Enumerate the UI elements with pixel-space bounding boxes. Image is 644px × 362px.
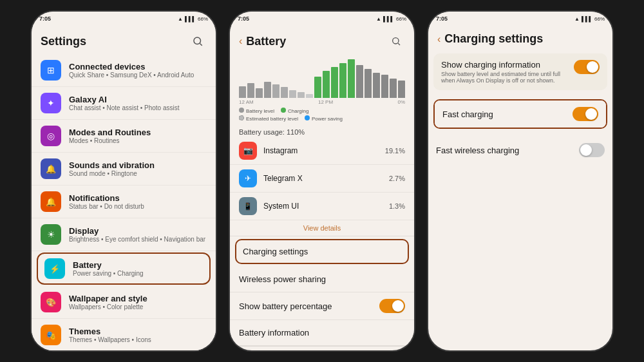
charging-settings-button[interactable]: Charging settings (235, 239, 409, 264)
fast-wireless-toggle[interactable] (579, 143, 605, 157)
notifications-title: Notifications (69, 193, 207, 203)
battery-usage-label: Battery usage: 110% (230, 124, 414, 137)
signal-icon-3: ▌▌▌ (582, 16, 592, 22)
battery-info-button[interactable]: Battery information (230, 320, 414, 346)
galaxy-ai-icon: ✦ (41, 93, 61, 113)
chart-bar (390, 79, 397, 98)
fast-charging-section: Fast charging (433, 99, 607, 129)
show-battery-pct-row[interactable]: Show battery percentage (230, 292, 414, 320)
sounds-icon: 🔔 (41, 158, 61, 179)
chart-bar-charge (348, 59, 355, 98)
toggle-knob (392, 300, 404, 312)
notifications-text: Notifications Status bar • Do not distur… (69, 193, 207, 210)
settings-list: ⊞ Connected devices Quick Share • Samsun… (32, 54, 216, 350)
wifi-icon: ▲ (178, 16, 183, 22)
charging-settings-title: Charging settings (444, 32, 543, 46)
legend-battery: Battery level (239, 108, 274, 114)
display-subtitle: Brightness • Eye comfort shield • Naviga… (69, 236, 207, 243)
fast-charging-row[interactable]: Fast charging (435, 100, 606, 128)
status-icons-1: ▲ ▌▌▌ 66% (178, 16, 208, 22)
time-1: 7:05 (39, 15, 51, 22)
battery-back-button[interactable]: ‹ (239, 35, 242, 47)
usage-item-systemui[interactable]: 📱 System UI 1.3% (230, 193, 414, 220)
settings-item-wallpaper[interactable]: 🎨 Wallpaper and style Wallpapers • Color… (32, 286, 216, 319)
settings-item-display[interactable]: ☀ Display Brightness • Eye comfort shiel… (32, 218, 216, 251)
legend-power-saving: Power saving (305, 115, 343, 122)
signal-icon: ▌▌▌ (185, 16, 196, 22)
sounds-subtitle: Sound mode • Ringtone (69, 170, 207, 177)
fast-charging-toggle-knob (585, 108, 597, 120)
settings-app-bar: Settings (32, 26, 216, 54)
chart-bar (365, 69, 372, 98)
chart-bar (281, 87, 288, 98)
telegram-name: Telegram X (263, 174, 383, 183)
wireless-sharing-button[interactable]: Wireless power sharing (230, 267, 414, 292)
usage-item-instagram[interactable]: 📷 Instagram 19.1% (230, 137, 414, 165)
settings-item-themes[interactable]: 🎭 Themes Themes • Wallpapers • Icons (32, 319, 216, 350)
instagram-icon: 📷 (239, 142, 257, 160)
settings-item-modes[interactable]: ◎ Modes and Routines Modes • Routines (32, 120, 216, 153)
battery-title-header: Battery (246, 35, 286, 48)
settings-search-button[interactable] (189, 32, 207, 50)
modes-subtitle: Modes • Routines (69, 137, 207, 144)
show-battery-pct-toggle[interactable] (379, 299, 405, 313)
settings-item-galaxy-ai[interactable]: ✦ Galaxy AI Chat assist • Note assist • … (32, 87, 216, 120)
fast-charging-toggle[interactable] (573, 107, 598, 121)
tip-label: Tip (230, 346, 414, 350)
time-3: 7:05 (436, 15, 448, 22)
settings-item-notifications[interactable]: 🔔 Notifications Status bar • Do not dist… (32, 186, 216, 218)
telegram-pct: 2.7% (389, 175, 405, 182)
chart-bar (247, 83, 254, 98)
battery-icon-setting: ⚡ (44, 258, 65, 279)
signal-icon-2: ▌▌▌ (383, 16, 394, 22)
show-charge-toggle[interactable] (574, 60, 600, 74)
systemui-pct: 1.3% (389, 202, 405, 210)
chart-bar (381, 75, 388, 98)
charging-back-button[interactable]: ‹ (437, 33, 440, 45)
settings-item-battery[interactable]: ⚡ Battery Power saving • Charging (37, 252, 211, 285)
chart-bar (298, 92, 305, 98)
fast-wireless-toggle-knob (580, 144, 592, 156)
status-icons-2: ▲ ▌▌▌ 66% (376, 16, 406, 22)
chart-time-left: 12 AM (239, 99, 254, 105)
chart-legend: Battery level Charging (239, 108, 405, 114)
chart-bars (239, 59, 405, 98)
chart-bar (272, 84, 279, 98)
themes-title: Themes (69, 327, 207, 336)
battery-title: Battery (73, 260, 203, 270)
usage-item-telegram[interactable]: ✈ Telegram X 2.7% (230, 165, 414, 193)
chart-bar (306, 94, 313, 98)
settings-item-connected-devices[interactable]: ⊞ Connected devices Quick Share • Samsun… (32, 54, 216, 87)
settings-title: Settings (41, 35, 86, 48)
notifications-icon: 🔔 (41, 191, 61, 212)
show-charge-subtitle: Show battery level and estimated time un… (441, 71, 569, 84)
battery-search-button[interactable] (387, 32, 405, 50)
instagram-pct: 19.1% (385, 147, 405, 155)
view-details-button[interactable]: View details (230, 220, 414, 236)
connected-devices-icon: ⊞ (41, 60, 61, 81)
display-text: Display Brightness • Eye comfort shield … (69, 226, 207, 243)
notifications-subtitle: Status bar • Do not disturb (69, 203, 207, 210)
wallpaper-title: Wallpaper and style (69, 294, 207, 303)
chart-bar (398, 81, 405, 98)
modes-icon: ◎ (41, 126, 61, 146)
status-bar-1: 7:05 ▲ ▌▌▌ 66% (32, 12, 216, 26)
charging-settings-screen: 7:05 ▲ ▌▌▌ 66% ‹ Charging settings Show … (428, 12, 612, 350)
show-charge-text-block: Show charging information Show battery l… (441, 60, 569, 84)
modes-title: Modes and Routines (69, 128, 207, 137)
battery-screen: 7:05 ▲ ▌▌▌ 66% ‹ Battery (230, 12, 414, 350)
settings-item-sounds[interactable]: 🔔 Sounds and vibration Sound mode • Ring… (32, 153, 216, 186)
chart-bar-charge (331, 67, 338, 98)
phone-2-frame: 7:05 ▲ ▌▌▌ 66% ‹ Battery (229, 10, 415, 352)
battery-subtitle: Power saving • Charging (73, 270, 203, 277)
svg-line-3 (398, 43, 400, 45)
themes-icon: 🎭 (41, 325, 61, 345)
chart-bar-charge (314, 77, 321, 98)
display-icon: ☀ (41, 224, 61, 245)
chart-bar (289, 90, 296, 98)
show-charge-title: Show charging information (441, 60, 569, 70)
wifi-icon-3: ▲ (574, 16, 580, 22)
svg-point-0 (194, 37, 201, 44)
galaxy-ai-title: Galaxy AI (69, 95, 207, 104)
fast-wireless-row[interactable]: Fast wireless charging (428, 137, 612, 164)
